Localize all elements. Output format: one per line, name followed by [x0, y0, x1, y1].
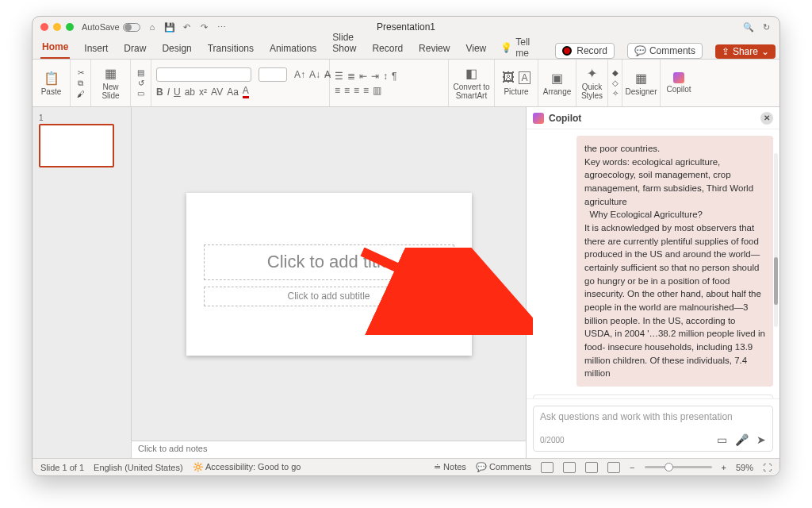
shape-fill-icon[interactable]: ◆ — [612, 68, 619, 77]
autosave-toggle[interactable]: AutoSave — [82, 22, 140, 32]
zoom-level[interactable]: 59% — [736, 463, 753, 472]
justify-icon[interactable]: ≡ — [363, 85, 369, 96]
indent-left-icon[interactable]: ⇤ — [359, 71, 367, 82]
slideshow-view-icon[interactable] — [607, 462, 620, 473]
notes-pane[interactable]: Click to add notes — [132, 441, 526, 458]
tab-design[interactable]: Design — [160, 40, 193, 59]
slide-tools[interactable]: ▤ ↺ ▭ — [131, 60, 151, 106]
tab-draw[interactable]: Draw — [122, 40, 147, 59]
close-icon[interactable]: ✕ — [760, 112, 773, 125]
tab-animations[interactable]: Animations — [268, 40, 318, 59]
redo-icon[interactable]: ↷ — [199, 21, 210, 33]
tell-me[interactable]: 💡 Tell me — [500, 37, 530, 59]
editor: Click to add title Click to add subtitle… — [132, 107, 526, 458]
zoom-in-icon[interactable]: + — [722, 463, 726, 472]
textbox-icon[interactable]: A — [519, 71, 530, 84]
subtitle-placeholder[interactable]: Click to add subtitle — [204, 287, 454, 306]
quick-styles-group[interactable]: ✦ Quick Styles — [576, 60, 608, 106]
overflow-icon[interactable]: ⋯ — [216, 21, 228, 33]
shape-outline-icon[interactable]: ◇ — [612, 79, 619, 87]
cut-icon[interactable]: ✂ — [78, 68, 84, 77]
subscript-icon[interactable]: x² — [199, 87, 207, 98]
share-button[interactable]: ⇪Share ⌄ — [715, 44, 776, 59]
clipboard-tools[interactable]: ✂ ⧉ 🖌 — [71, 60, 91, 106]
undo-icon[interactable]: ↶ — [182, 21, 193, 33]
tab-insert[interactable]: Insert — [82, 40, 109, 59]
bold-icon[interactable]: B — [156, 87, 163, 98]
history-icon[interactable]: ↻ — [760, 21, 772, 33]
increase-font-icon[interactable]: A↑ — [294, 69, 305, 80]
tab-transitions[interactable]: Transitions — [206, 40, 255, 59]
tab-home[interactable]: Home — [40, 38, 70, 59]
mic-icon[interactable]: 🎤 — [735, 433, 749, 446]
reading-view-icon[interactable] — [585, 462, 598, 473]
slide-indicator: Slide 1 of 1 — [40, 463, 84, 472]
scrollbar-thumb[interactable] — [774, 257, 778, 305]
zoom-window-icon[interactable] — [66, 23, 74, 31]
autosave-label: AutoSave — [82, 22, 120, 32]
reset-icon[interactable]: ↺ — [138, 79, 144, 87]
bullets-icon[interactable]: ☰ — [335, 71, 343, 82]
send-icon[interactable]: ➤ — [756, 433, 766, 446]
slide-thumbnail-1[interactable] — [39, 124, 114, 167]
tab-slideshow[interactable]: Slide Show — [331, 29, 358, 59]
tab-review[interactable]: Review — [417, 40, 451, 59]
format-painter-icon[interactable]: 🖌 — [77, 90, 85, 98]
font-color-icon[interactable]: A — [243, 85, 249, 98]
arrange-group[interactable]: ▣ Arrange — [538, 60, 576, 106]
highlight-icon[interactable]: AV — [211, 87, 223, 98]
copilot-input[interactable]: Ask questions and work with this present… — [533, 406, 773, 452]
close-window-icon[interactable] — [40, 23, 48, 31]
scrollbar[interactable] — [774, 153, 778, 327]
language[interactable]: English (United States) — [94, 463, 183, 472]
italic-icon[interactable]: I — [167, 87, 170, 98]
section-icon[interactable]: ▭ — [137, 89, 144, 98]
arrange-icon: ▣ — [551, 71, 563, 86]
slide[interactable]: Click to add title Click to add subtitle — [186, 193, 472, 356]
align-left-icon[interactable]: ≡ — [335, 85, 340, 96]
align-right-icon[interactable]: ≡ — [354, 85, 359, 96]
numbering-icon[interactable]: ≣ — [347, 71, 355, 82]
picture-group[interactable]: 🖼 A Picture — [495, 60, 538, 106]
tab-record[interactable]: Record — [370, 40, 404, 59]
designer-group[interactable]: ▦ Designer — [622, 60, 661, 106]
record-button[interactable]: Record — [555, 43, 615, 59]
text-direction-icon[interactable]: ¶ — [392, 71, 396, 82]
convert-smartart-group[interactable]: ◧ Convert to SmartArt — [449, 60, 495, 106]
font-name-input[interactable] — [156, 67, 251, 82]
paste-group[interactable]: 📋 Paste — [33, 60, 71, 106]
layout-icon[interactable]: ▤ — [137, 68, 144, 77]
home-icon[interactable]: ⌂ — [147, 21, 158, 33]
slide-canvas[interactable]: Click to add title Click to add subtitle — [132, 107, 526, 441]
minimize-window-icon[interactable] — [53, 23, 61, 31]
line-spacing-icon[interactable]: ↕ — [383, 71, 388, 82]
copilot-ribbon-group[interactable]: Copilot — [661, 60, 697, 106]
accessibility[interactable]: 🔆 Accessibility: Good to go — [193, 462, 301, 472]
sorter-view-icon[interactable] — [563, 462, 576, 473]
strike-icon[interactable]: ab — [185, 87, 195, 98]
attach-icon[interactable]: ▭ — [717, 433, 727, 446]
tab-view[interactable]: View — [464, 40, 488, 59]
notes-toggle[interactable]: ≐ Notes — [434, 462, 466, 472]
normal-view-icon[interactable] — [541, 462, 553, 473]
zoom-slider[interactable] — [645, 466, 712, 468]
save-icon[interactable]: 💾 — [164, 21, 175, 33]
comments-toggle[interactable]: 💬 Comments — [476, 462, 531, 472]
copy-icon[interactable]: ⧉ — [78, 79, 83, 88]
indent-right-icon[interactable]: ⇥ — [371, 71, 379, 82]
title-placeholder[interactable]: Click to add title — [204, 244, 454, 280]
font-size-input[interactable] — [259, 67, 287, 82]
search-icon[interactable]: 🔍 — [743, 21, 754, 33]
shape-effects-icon[interactable]: ✧ — [612, 89, 619, 98]
columns-icon[interactable]: ▥ — [373, 85, 381, 96]
comments-button[interactable]: 💬Comments — [627, 43, 703, 59]
decrease-font-icon[interactable]: A↓ — [309, 69, 320, 80]
switch-icon[interactable] — [123, 23, 140, 32]
fit-window-icon[interactable]: ⛶ — [763, 463, 772, 472]
shape-format-tools[interactable]: ◆ ◇ ✧ — [608, 60, 622, 106]
new-slide-group[interactable]: ▦ New Slide — [91, 60, 131, 106]
align-center-icon[interactable]: ≡ — [344, 85, 350, 96]
zoom-out-icon[interactable]: − — [630, 463, 634, 472]
underline-icon[interactable]: U — [174, 87, 181, 98]
change-case-icon[interactable]: Aa — [227, 87, 239, 98]
